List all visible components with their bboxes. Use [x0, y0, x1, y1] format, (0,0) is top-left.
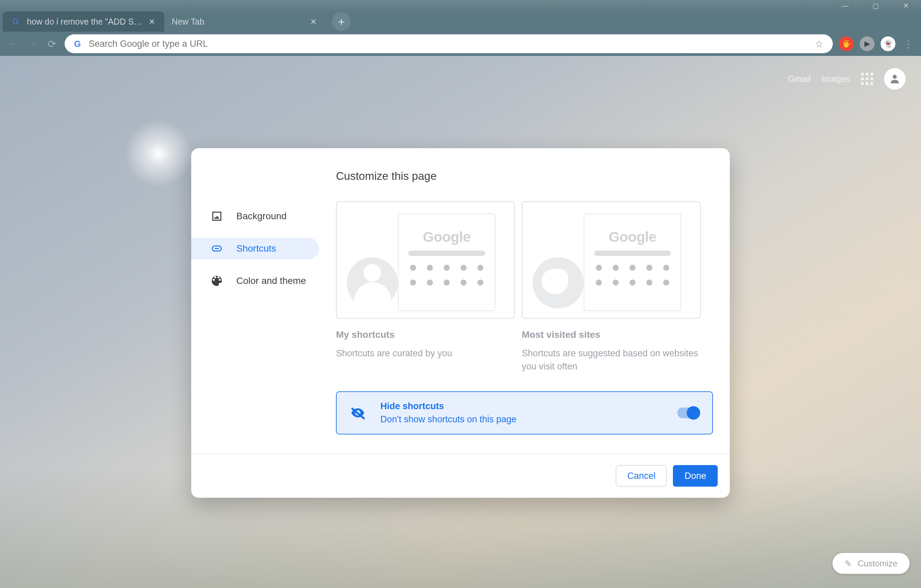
browser-menu-button[interactable]: ⋮: [901, 37, 915, 50]
hide-shortcuts-box[interactable]: Hide shortcuts Don't show shortcuts on t…: [336, 391, 713, 435]
nav-reload-button[interactable]: ⟳: [45, 37, 59, 50]
nav-back-button[interactable]: ←: [6, 37, 20, 50]
images-link[interactable]: Images: [822, 74, 850, 84]
sidebar-label: Shortcuts: [236, 243, 276, 254]
extension-adblock-icon[interactable]: 🖐: [839, 36, 854, 51]
option-desc: Shortcuts are suggested based on website…: [522, 347, 701, 373]
extension-play-icon[interactable]: ▶: [860, 36, 875, 51]
tab-strip: G how do i remove the "ADD SHOR… × New T…: [0, 11, 921, 32]
tab-close-icon[interactable]: ×: [149, 16, 155, 27]
done-button[interactable]: Done: [673, 465, 718, 487]
preview-tile: Google: [584, 213, 681, 311]
customize-button[interactable]: ✎ Customize: [833, 553, 910, 574]
tab-title: how do i remove the "ADD SHOR…: [27, 17, 145, 27]
dialog-main: Customize this page Google My short: [336, 148, 730, 453]
sidebar-label: Color and theme: [236, 275, 306, 286]
option-most-visited[interactable]: Google Most visited sites Shortcuts are …: [522, 201, 701, 373]
hide-shortcuts-toggle[interactable]: [677, 407, 699, 418]
favicon-google-icon: G: [10, 16, 21, 27]
ntp-content: Gmail Images ✎ Customize Background Shor…: [0, 56, 921, 588]
google-g-icon: G: [74, 39, 80, 49]
pencil-icon: ✎: [845, 559, 852, 568]
customize-label: Customize: [858, 559, 897, 568]
option-my-shortcuts[interactable]: Google My shortcuts Shortcuts are curate…: [336, 201, 515, 373]
option-title: Most visited sites: [522, 329, 701, 340]
omnibox[interactable]: G ☆: [65, 34, 833, 53]
window-title-bar: — ▢ ✕: [0, 0, 921, 11]
profile-avatar[interactable]: [884, 68, 906, 90]
sidebar-item-color-theme[interactable]: Color and theme: [191, 270, 319, 292]
eye-off-icon: [350, 405, 366, 420]
browser-toolbar: ← → ⟳ G ☆ 🖐 ▶ 👻 ⋮: [0, 32, 921, 56]
window-minimize-button[interactable]: —: [830, 0, 861, 11]
option-title: My shortcuts: [336, 329, 515, 340]
option-desc: Shortcuts are curated by you: [336, 347, 515, 360]
globe-silhouette-icon: [532, 257, 584, 308]
tab-title: New Tab: [172, 17, 307, 27]
google-logo-placeholder: Google: [609, 229, 656, 245]
hide-shortcuts-desc: Don't show shortcuts on this page: [381, 414, 662, 425]
person-silhouette-icon: [347, 257, 398, 308]
tab-inactive-0[interactable]: G how do i remove the "ADD SHOR… ×: [3, 11, 164, 32]
dialog-title: Customize this page: [336, 170, 713, 182]
dialog-sidebar: Background Shortcuts Color and theme: [191, 148, 336, 453]
ntp-header: Gmail Images: [788, 68, 906, 90]
link-icon: [211, 243, 223, 255]
google-logo-placeholder: Google: [423, 229, 470, 245]
tab-close-icon[interactable]: ×: [310, 16, 316, 27]
window-maximize-button[interactable]: ▢: [861, 0, 891, 11]
new-tab-button[interactable]: ＋: [332, 12, 351, 31]
sidebar-item-background[interactable]: Background: [191, 205, 319, 227]
preview-most-visited: Google: [522, 201, 701, 319]
hide-shortcuts-title: Hide shortcuts: [381, 401, 662, 412]
image-icon: [211, 210, 223, 222]
dialog-footer: Cancel Done: [191, 453, 730, 498]
sidebar-item-shortcuts[interactable]: Shortcuts: [191, 238, 319, 259]
customize-dialog: Background Shortcuts Color and theme Cus…: [191, 148, 730, 498]
omnibox-input[interactable]: [88, 38, 807, 49]
nav-forward-button[interactable]: →: [26, 37, 39, 50]
preview-tile: Google: [398, 213, 496, 311]
extension-ghostery-icon[interactable]: 👻: [880, 36, 895, 51]
tab-active-1[interactable]: New Tab ×: [164, 11, 326, 32]
window-close-button[interactable]: ✕: [891, 0, 921, 11]
bookmark-star-icon[interactable]: ☆: [815, 38, 823, 49]
apps-grid-icon[interactable]: [861, 73, 873, 85]
sidebar-label: Background: [236, 211, 286, 222]
cancel-button[interactable]: Cancel: [616, 465, 667, 487]
palette-icon: [211, 275, 223, 287]
gmail-link[interactable]: Gmail: [788, 74, 811, 84]
svg-point-0: [893, 75, 897, 79]
preview-my-shortcuts: Google: [336, 201, 515, 319]
